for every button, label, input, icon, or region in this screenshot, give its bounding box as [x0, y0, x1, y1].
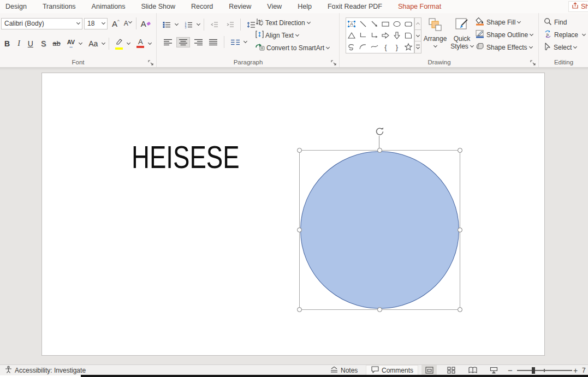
gallery-more-button[interactable]	[414, 41, 421, 53]
shape-fill-button[interactable]: Shape Fill	[476, 17, 520, 27]
shape-elbow-connector-icon[interactable]	[358, 29, 369, 41]
shape-right-brace-icon[interactable]: }	[391, 41, 403, 53]
tab-transitions[interactable]: Transitions	[43, 3, 76, 10]
bullets-button[interactable]	[161, 20, 173, 29]
shape-scribble-icon[interactable]	[346, 41, 358, 53]
text-direction-button[interactable]: A Text Direction	[256, 17, 310, 28]
chevron-down-icon[interactable]	[102, 40, 105, 44]
resize-handle-bottom-left[interactable]	[297, 307, 302, 312]
share-button[interactable]: Sha	[568, 1, 588, 12]
align-right-button[interactable]	[192, 38, 205, 47]
zoom-in-button[interactable]: +	[573, 365, 578, 375]
shape-right-arrow-icon[interactable]	[380, 29, 391, 41]
shape-text-box-icon[interactable]: A	[346, 18, 358, 29]
arrange-button[interactable]: Arrange	[422, 16, 448, 47]
shape-star-icon[interactable]	[402, 41, 414, 53]
chevron-down-icon[interactable]	[127, 40, 130, 44]
change-case-button[interactable]: Aa	[86, 38, 100, 49]
chevron-down-icon[interactable]	[76, 21, 80, 25]
shrink-font-button[interactable]: A	[122, 19, 134, 28]
bold-button[interactable]: B	[2, 38, 12, 49]
select-button[interactable]: Select	[544, 43, 577, 52]
clear-formatting-button[interactable]: A	[139, 17, 153, 29]
grow-font-button[interactable]: A^	[110, 18, 122, 29]
tab-view[interactable]: View	[267, 3, 282, 10]
text-shadow-button[interactable]: S	[39, 38, 48, 49]
zoom-slider-track[interactable]	[517, 370, 572, 371]
font-size-combobox[interactable]: 18	[84, 18, 108, 29]
resize-handle-top-left[interactable]	[297, 148, 302, 153]
slide-show-button[interactable]	[486, 365, 501, 375]
tab-foxit-reader-pdf[interactable]: Foxit Reader PDF	[328, 3, 382, 10]
shape-rectangle-icon[interactable]	[380, 18, 391, 29]
chevron-down-icon[interactable]	[243, 39, 247, 43]
resize-handle-bottom-right[interactable]	[458, 307, 462, 312]
slide-sorter-view-button[interactable]	[443, 365, 459, 375]
chevron-down-icon[interactable]	[148, 40, 152, 44]
resize-handle-top-center[interactable]	[377, 148, 382, 153]
columns-button[interactable]	[229, 38, 242, 46]
align-text-button[interactable]: Align Text	[256, 30, 299, 40]
oval-shape[interactable]	[300, 151, 459, 309]
align-left-button[interactable]	[162, 38, 174, 47]
shape-arc-icon[interactable]	[358, 41, 369, 53]
chevron-down-icon[interactable]	[102, 21, 105, 25]
strikethrough-button[interactable]: ab	[50, 38, 62, 49]
tab-help[interactable]: Help	[298, 3, 312, 10]
shape-line-icon[interactable]	[358, 18, 369, 29]
underline-button[interactable]: U	[26, 38, 35, 49]
tab-shape-format[interactable]: Shape Format	[398, 3, 441, 10]
resize-handle-middle-left[interactable]	[297, 228, 302, 232]
align-center-button[interactable]	[176, 37, 190, 47]
tab-animations[interactable]: Animations	[92, 3, 126, 10]
tab-design[interactable]: Design	[5, 3, 27, 10]
text-highlight-button[interactable]	[113, 36, 125, 51]
quick-styles-button[interactable]: Quick Styles	[449, 16, 475, 50]
tab-record[interactable]: Record	[191, 3, 213, 10]
resize-handle-bottom-center[interactable]	[377, 307, 382, 312]
font-color-button[interactable]: A	[134, 38, 146, 49]
chevron-down-icon[interactable]	[79, 40, 82, 44]
normal-view-button[interactable]	[421, 365, 437, 375]
tab-review[interactable]: Review	[229, 3, 251, 10]
comments-button[interactable]: Comments	[366, 365, 418, 375]
notes-button[interactable]: Notes	[330, 365, 358, 375]
chevron-down-icon[interactable]	[197, 22, 200, 26]
font-name-combobox[interactable]: Calibri (Body)	[1, 18, 82, 29]
zoom-percentage[interactable]: 7	[582, 365, 586, 375]
shape-round-corner-rectangle-icon[interactable]	[402, 29, 414, 41]
shape-effects-button[interactable]: Shape Effects	[476, 43, 532, 52]
convert-to-smartart-button[interactable]: Convert to SmartArt	[256, 43, 329, 53]
resize-handle-middle-right[interactable]	[458, 228, 462, 232]
font-dialog-launcher-icon[interactable]	[148, 58, 155, 65]
rotation-handle-icon[interactable]	[375, 126, 385, 139]
find-button[interactable]: Find	[544, 17, 567, 27]
shape-selection-box[interactable]	[299, 150, 460, 310]
shape-triangle-icon[interactable]	[346, 29, 358, 41]
gallery-scroll-down-button[interactable]	[414, 30, 421, 42]
shape-outline-button[interactable]: Shape Outline	[476, 30, 533, 40]
resize-handle-top-right[interactable]	[458, 148, 462, 153]
chevron-down-icon[interactable]	[175, 22, 179, 26]
reading-view-button[interactable]	[465, 365, 480, 375]
shape-oval-icon[interactable]	[391, 18, 403, 29]
character-spacing-button[interactable]: AV ↔	[65, 38, 77, 49]
shape-rounded-rectangle-icon[interactable]	[402, 18, 414, 29]
shape-left-brace-icon[interactable]: {	[380, 41, 391, 53]
shape-arrow-icon[interactable]	[369, 18, 380, 29]
paragraph-dialog-launcher-icon[interactable]	[331, 58, 337, 65]
slide-title-text[interactable]: HEISESE	[132, 142, 240, 173]
shape-elbow-arrow-connector-icon[interactable]	[369, 29, 380, 41]
drawing-dialog-launcher-icon[interactable]	[530, 58, 537, 65]
replace-button[interactable]: b Replace	[544, 30, 585, 40]
tab-slide-show[interactable]: Slide Show	[141, 3, 175, 10]
numbering-button[interactable]: 123	[182, 20, 195, 29]
zoom-slider-thumb[interactable]	[532, 367, 535, 374]
justify-button[interactable]	[207, 38, 219, 47]
italic-button[interactable]: I	[15, 38, 22, 49]
shape-curve-icon[interactable]	[369, 41, 380, 53]
slide[interactable]	[41, 73, 545, 356]
shape-down-arrow-icon[interactable]	[391, 29, 403, 41]
accessibility-status[interactable]: Accessibility: Investigate	[4, 365, 86, 375]
zoom-out-button[interactable]: −	[508, 365, 513, 375]
